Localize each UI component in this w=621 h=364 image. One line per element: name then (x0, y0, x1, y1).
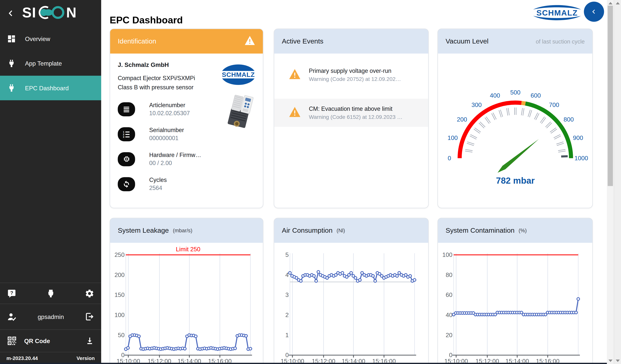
sidebar-item-epc-dashboard[interactable]: EPC Dashboard (0, 76, 101, 100)
field-label: Cycles (149, 177, 167, 183)
svg-text:60: 60 (446, 291, 452, 298)
svg-text:1: 1 (285, 332, 289, 338)
sidebar-spacer (0, 100, 101, 283)
system-leakage-card: System Leakage (mbar/s) Limit 25015:10:0… (110, 218, 263, 364)
air-consumption-chart[interactable]: 15:10:0015:12:0015:14:0015:16:00012345 (274, 243, 429, 364)
field-value: 00 / 2.00 (149, 160, 201, 166)
event-row[interactable]: Primary supply voltage over-run Warning … (274, 61, 428, 89)
help-button[interactable]: ? (7, 288, 17, 298)
settings-button[interactable] (85, 288, 94, 298)
sidebar-item-label: App Template (25, 60, 62, 67)
warning-triangle-icon (244, 35, 255, 47)
logout-button[interactable] (84, 312, 94, 322)
download-qr-button[interactable] (85, 336, 94, 345)
svg-text:0: 0 (449, 351, 452, 358)
dashboard-icon (7, 34, 16, 44)
events-list: Primary supply voltage over-run Warning … (274, 53, 428, 127)
vacuum-level-card: Vacuum Level of last suction cycle 01002… (437, 29, 593, 208)
scrollbar-thumb[interactable] (608, 6, 613, 186)
sidebar-item-label: EPC Dashboard (25, 84, 69, 92)
card-unit: (Nl) (337, 227, 345, 234)
sidebar-item-label: Overview (25, 35, 50, 42)
active-events-card: Active Events Primary supply voltage ove… (274, 29, 429, 208)
svg-text:1000: 1000 (574, 155, 588, 162)
logout-icon (84, 312, 94, 322)
air-consumption-card: Air Consumption (Nl) 15:10:0015:12:0015:… (274, 218, 429, 364)
field-cycles: Cycles 2564 (118, 177, 255, 191)
event-detail: Warning (Code 6152) at 12.09.2023 … (309, 114, 403, 120)
sidebar: SI N Overview App Templa (0, 0, 101, 364)
card-title: Active Events (282, 37, 323, 45)
schmalz-logo-small-text: SCHMALZ (222, 71, 255, 78)
scrollbar-up-arrow[interactable] (608, 2, 612, 5)
sicon-logo-n: N (66, 4, 76, 20)
svg-text:900: 900 (573, 134, 583, 141)
epc-dashboard-app: SI N Overview App Templa (0, 0, 621, 364)
system-leakage-card-header: System Leakage (mbar/s) (110, 218, 263, 243)
event-detail: Warning (Code 20752) at 12.09.202… (309, 76, 401, 82)
list-icon (118, 102, 135, 116)
svg-text:3: 3 (285, 291, 289, 298)
card-unit: (%) (518, 227, 527, 234)
svg-text:200: 200 (115, 271, 125, 278)
system-contamination-card-header: System Contamination (%) (438, 218, 592, 243)
svg-text:100: 100 (447, 134, 457, 141)
svg-text:40: 40 (446, 312, 452, 318)
username-label: gpsadmin (17, 313, 84, 320)
event-row[interactable]: CM: Evacuation time above limit Warning … (274, 99, 428, 127)
svg-text:20: 20 (446, 332, 452, 338)
svg-text:782 mbar: 782 mbar (496, 175, 535, 186)
system-contamination-card: System Contamination (%) 15:10:0015:12:0… (437, 218, 593, 364)
field-value: 10.02.02.05307 (149, 110, 190, 116)
svg-text:4: 4 (285, 271, 289, 278)
scrollbar-up-arrow[interactable] (616, 2, 620, 5)
sidebar-collapse-button[interactable] (6, 8, 17, 19)
field-label: Serialnumber (149, 127, 184, 133)
card-title: System Leakage (118, 227, 169, 235)
collapse-panel-button[interactable] (584, 1, 604, 22)
field-label: Hardware / Firmw… (149, 152, 201, 158)
system-contamination-chart[interactable]: 15:10:0015:12:0015:14:0015:16:0002040608… (438, 243, 593, 364)
plug-icon (7, 59, 16, 68)
sidebar-item-overview[interactable]: Overview (0, 27, 101, 51)
event-title: Primary supply voltage over-run (309, 68, 401, 74)
ordered-list-icon: 1 2 3 (118, 127, 135, 141)
device-connection-button[interactable] (46, 288, 55, 298)
sidebar-qr-row[interactable]: QR Code (0, 329, 101, 352)
active-events-card-header: Active Events (274, 29, 428, 53)
svg-text:100: 100 (442, 251, 452, 258)
svg-text:0: 0 (285, 351, 289, 358)
chevron-left-icon (6, 9, 15, 18)
sicon-logo-si: SI (22, 4, 36, 20)
sidebar-item-app-template[interactable]: App Template (0, 51, 101, 76)
vacuum-level-card-header: Vacuum Level of last suction cycle (438, 29, 592, 53)
qr-code-label: QR Code (24, 337, 50, 344)
window-scrollbar[interactable] (614, 0, 621, 364)
version-label: Version (77, 355, 95, 361)
svg-text:300: 300 (471, 101, 482, 108)
scrollbar-down-arrow[interactable] (616, 360, 620, 362)
window-bottom-edge (0, 363, 607, 364)
help-icon: ? (7, 288, 17, 298)
chip-icon (118, 152, 135, 166)
download-icon (85, 336, 94, 345)
product-name-line1: Compact Ejector SXPi/SXMPi (118, 74, 214, 83)
vacuum-gauge: 01002003004005006007008009001000782 mbar (441, 81, 589, 187)
svg-text:Limit 250: Limit 250 (176, 246, 200, 253)
svg-text:100: 100 (115, 312, 125, 318)
schmalz-logo-small: SCHMALZ (220, 64, 257, 87)
warning-triangle-icon (289, 68, 301, 81)
air-consumption-card-header: Air Consumption (Nl) (274, 218, 428, 243)
sidebar-nav: Overview App Template EPC Dashboard (0, 27, 101, 100)
system-leakage-chart[interactable]: Limit 25015:10:0015:12:0015:14:0015:16:0… (110, 243, 263, 364)
sync-icon (118, 177, 135, 191)
field-value: 2564 (149, 185, 167, 191)
scrollbar-down-arrow[interactable] (608, 360, 612, 362)
svg-text:400: 400 (490, 92, 500, 99)
content-scrollbar[interactable] (607, 0, 614, 364)
product-name-line2: Class B with pressure sensor (118, 83, 214, 92)
chevron-left-icon (590, 8, 598, 16)
identification-card-header: Identification (110, 29, 263, 53)
page-title: EPC Dashboard (110, 15, 183, 26)
sidebar-version-row: m-2023.20.44 Version (0, 352, 101, 364)
